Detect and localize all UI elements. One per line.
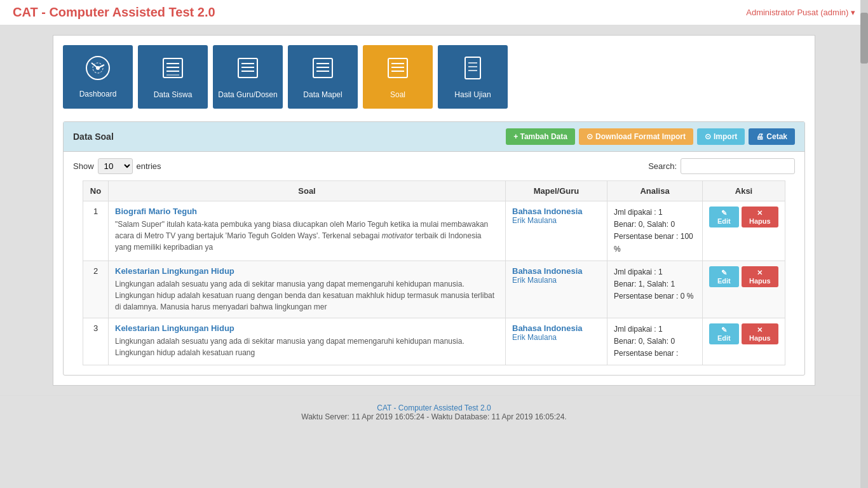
main-container: Dashboard Data Siswa Data Guru/Dosen Dat…: [53, 35, 815, 386]
nav-data-guru[interactable]: Data Guru/Dosen: [213, 45, 283, 109]
footer-link[interactable]: CAT - Computer Assisted Test 2.0: [377, 403, 491, 412]
nav-data-siswa-label: Data Siswa: [154, 90, 193, 99]
row-soal: Kelestarian Lingkungan HidupLingkungan a…: [109, 318, 506, 365]
aksi-buttons: ✎ Edit✕ Hapus: [709, 323, 778, 344]
data-mapel-icon: [310, 55, 336, 86]
row-aksi: ✎ Edit✕ Hapus: [703, 201, 785, 261]
edit-button[interactable]: ✎ Edit: [709, 323, 739, 344]
data-table: No Soal Mapel/Guru Analisa Aksi 1Biograf…: [83, 180, 785, 365]
search-box: Search:: [648, 158, 795, 174]
row-mapel: Bahasa IndonesiaErik Maulana: [506, 201, 607, 261]
hapus-button[interactable]: ✕ Hapus: [742, 323, 778, 344]
nav-dashboard-label: Dashboard: [79, 90, 117, 98]
nav-data-guru-label: Data Guru/Dosen: [218, 90, 277, 99]
aksi-buttons: ✎ Edit✕ Hapus: [709, 207, 778, 227]
soal-title: Kelestarian Lingkungan Hidup: [115, 266, 499, 276]
row-no: 2: [83, 261, 109, 318]
search-input[interactable]: [681, 158, 795, 174]
col-analisa: Analisa: [607, 181, 703, 201]
scrollbar[interactable]: [860, 0, 868, 488]
mapel-name: Bahasa Indonesia: [512, 323, 600, 333]
soal-text: Lingkungan adalah sesuatu yang ada di se…: [115, 278, 499, 313]
row-no: 3: [83, 318, 109, 365]
table-body: 1Biografi Mario Teguh"Salam Super" itula…: [83, 201, 785, 365]
row-aksi: ✎ Edit✕ Hapus: [703, 261, 785, 318]
search-label: Search:: [648, 161, 677, 171]
footer: CAT - Computer Assisted Test 2.0 Waktu S…: [0, 395, 868, 429]
row-analisa: Jml dipakai : 1Benar: 0, Salah: 0Persent…: [607, 318, 703, 365]
import-button[interactable]: ⊙ Import: [697, 128, 745, 145]
top-bar: CAT - Computer Assisted Test 2.0 Adminis…: [0, 0, 868, 25]
row-soal: Kelestarian Lingkungan HidupLingkungan a…: [109, 261, 506, 318]
show-entries: Show 10 25 50 100 entries: [73, 158, 161, 174]
row-soal: Biografi Mario Teguh"Salam Super" itulah…: [109, 201, 506, 261]
table-row: 3Kelestarian Lingkungan HidupLingkungan …: [83, 318, 785, 365]
soal-icon: [385, 55, 410, 86]
tambah-data-button[interactable]: + Tambah Data: [506, 128, 575, 145]
row-mapel: Bahasa IndonesiaErik Maulana: [506, 318, 607, 365]
soal-title: Biografi Mario Teguh: [115, 207, 499, 216]
row-analisa: Jml dipakai : 1Benar: 1, Salah: 1Persent…: [607, 261, 703, 318]
mapel-name: Bahasa Indonesia: [512, 266, 600, 276]
nav-soal[interactable]: Soal: [363, 45, 433, 109]
panel-title: Data Soal: [73, 132, 114, 142]
edit-button[interactable]: ✎ Edit: [709, 266, 739, 287]
table-row: 2Kelestarian Lingkungan HidupLingkungan …: [83, 261, 785, 318]
data-guru-icon: [235, 55, 261, 86]
download-format-button[interactable]: ⊙ Download Format Import: [579, 128, 693, 145]
table-controls: Show 10 25 50 100 entries Search:: [64, 152, 804, 180]
nav-hasil-ujian-label: Hasil Ujian: [454, 90, 491, 99]
scrollbar-thumb[interactable]: [860, 13, 868, 64]
table-row: 1Biografi Mario Teguh"Salam Super" itula…: [83, 201, 785, 261]
row-mapel: Bahasa IndonesiaErik Maulana: [506, 261, 607, 318]
soal-text: "Salam Super" itulah kata-kata pembuka y…: [115, 219, 499, 253]
data-siswa-icon: [160, 55, 186, 86]
edit-button[interactable]: ✎ Edit: [709, 207, 739, 227]
guru-name: Erik Maulana: [512, 276, 600, 285]
row-aksi: ✎ Edit✕ Hapus: [703, 318, 785, 365]
footer-waktu: Waktu Server: 11 Apr 2019 16:05:24 - Wak…: [8, 412, 860, 421]
nav-data-mapel[interactable]: Data Mapel: [288, 45, 358, 109]
table-wrapper: No Soal Mapel/Guru Analisa Aksi 1Biograf…: [64, 180, 804, 375]
nav-dashboard[interactable]: Dashboard: [63, 45, 133, 109]
nav-icons: Dashboard Data Siswa Data Guru/Dosen Dat…: [63, 45, 805, 109]
mapel-name: Bahasa Indonesia: [512, 207, 600, 216]
panel-header: Data Soal + Tambah Data ⊙ Download Forma…: [64, 122, 804, 152]
app-title: CAT - Computer Assisted Test 2.0: [13, 5, 215, 20]
soal-title: Kelestarian Lingkungan Hidup: [115, 323, 499, 333]
content-panel: Data Soal + Tambah Data ⊙ Download Forma…: [63, 121, 805, 376]
row-no: 1: [83, 201, 109, 261]
soal-text: Lingkungan adalah sesuatu yang ada di se…: [115, 336, 499, 358]
nav-data-mapel-label: Data Mapel: [303, 90, 342, 99]
nav-soal-label: Soal: [390, 90, 405, 99]
svg-rect-22: [465, 57, 480, 79]
show-label: Show: [73, 161, 94, 171]
col-no: No: [83, 181, 109, 201]
analisa-text: Jml dipakai : 1Benar: 1, Salah: 1Persent…: [614, 266, 696, 303]
import-icon: ⊙: [705, 132, 711, 141]
col-aksi: Aksi: [703, 181, 785, 201]
nav-data-siswa[interactable]: Data Siswa: [138, 45, 208, 109]
print-icon: 🖨: [756, 132, 764, 141]
analisa-text: Jml dipakai : 1Benar: 0, Salah: 0Persent…: [614, 323, 696, 360]
nav-hasil-ujian[interactable]: Hasil Ujian: [438, 45, 508, 109]
analisa-text: Jml dipakai : 1Benar: 0, Salah: 0Persent…: [614, 207, 696, 255]
hasil-ujian-icon: [460, 55, 485, 86]
guru-name: Erik Maulana: [512, 216, 600, 225]
download-icon: ⊙: [587, 132, 593, 141]
guru-name: Erik Maulana: [512, 333, 600, 342]
panel-actions: + Tambah Data ⊙ Download Format Import ⊙…: [506, 128, 795, 145]
hapus-button[interactable]: ✕ Hapus: [742, 266, 778, 287]
col-soal: Soal: [109, 181, 506, 201]
entries-select[interactable]: 10 25 50 100: [98, 158, 133, 174]
hapus-button[interactable]: ✕ Hapus: [742, 207, 778, 227]
cetak-button[interactable]: 🖨 Cetak: [749, 128, 795, 145]
row-analisa: Jml dipakai : 1Benar: 0, Salah: 0Persent…: [607, 201, 703, 261]
dashboard-icon: [85, 55, 111, 86]
aksi-buttons: ✎ Edit✕ Hapus: [709, 266, 778, 287]
col-mapel: Mapel/Guru: [506, 181, 607, 201]
table-header: No Soal Mapel/Guru Analisa Aksi: [83, 181, 785, 201]
entries-label: entries: [137, 161, 161, 171]
admin-dropdown[interactable]: Administrator Pusat (admin): [746, 8, 855, 17]
